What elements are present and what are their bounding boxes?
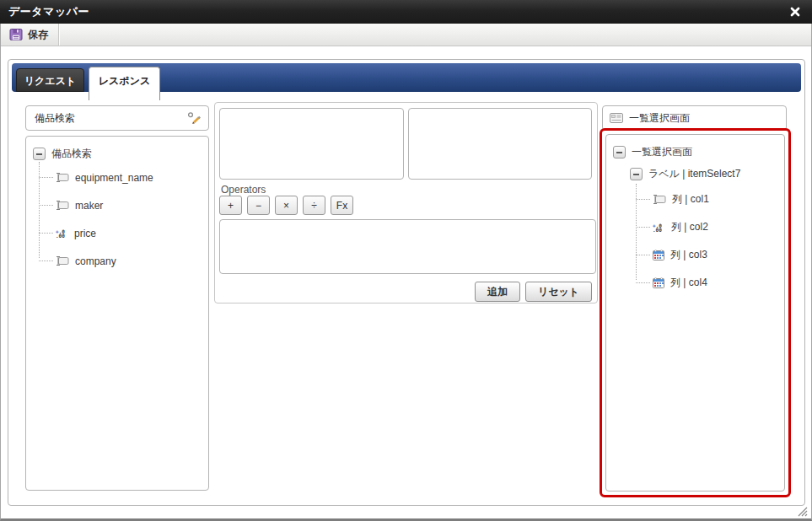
tree-node-label: 列 | col4 (670, 276, 707, 290)
tree-node-label: company (75, 255, 116, 267)
mapper-actions: 追加 リセット (475, 282, 592, 302)
resize-grip-icon[interactable] (796, 505, 808, 517)
titlebar: データマッパー (0, 0, 812, 24)
close-icon[interactable] (787, 3, 804, 20)
reset-button[interactable]: リセット (525, 282, 592, 302)
tree-node-label: 一覧選択画面 (632, 145, 692, 159)
save-button-label: 保存 (28, 28, 48, 42)
tree-node-label: ラベル | itemSelect7 (648, 167, 740, 181)
target-header-label: 一覧選択画面 (629, 111, 690, 126)
tree-node-label: 列 | col3 (670, 248, 707, 262)
tree-node-label: 列 | col2 (671, 220, 708, 234)
operator-divide-button[interactable]: ÷ (303, 196, 325, 215)
operand-drop-zone-right[interactable] (408, 108, 592, 180)
tree-node-label: maker (75, 200, 103, 212)
number-field-icon: +.0.00 (56, 229, 68, 238)
tree-node-col4[interactable]: 列 | col4 (630, 269, 777, 297)
expression-result-box[interactable] (219, 219, 596, 274)
tree-node-maker[interactable]: maker (33, 191, 202, 219)
tab-request[interactable]: リクエスト (16, 68, 84, 92)
floppy-disk-icon (9, 28, 23, 41)
tab-response[interactable]: レスポンス (89, 67, 160, 100)
save-button[interactable]: 保存 (1, 24, 58, 46)
toolbar: 保存 (1, 24, 811, 46)
string-field-icon (653, 195, 666, 204)
tree-node-target-root[interactable]: 一覧選択画面 (613, 142, 777, 162)
operand-drop-zone-left[interactable] (219, 108, 404, 180)
calendar-icon (653, 250, 664, 260)
tree-node-label: 備品検索 (51, 147, 92, 161)
add-button[interactable]: 追加 (475, 282, 520, 302)
operator-minus-button[interactable]: − (247, 196, 270, 215)
tree-node-equipment-name[interactable]: equipment_name (33, 164, 202, 191)
tree-node-col1[interactable]: 列 | col1 (630, 185, 777, 213)
collapse-minus-icon[interactable] (630, 168, 643, 180)
window-title: データマッパー (0, 4, 89, 19)
main-panel: リクエスト レスポンス 備品検索 備品検索 (8, 59, 805, 506)
edit-pencil-icon[interactable] (187, 111, 202, 125)
string-field-icon (56, 173, 69, 182)
source-tree: 備品検索 equipment_name maker (33, 143, 202, 275)
tree-node-itemselect7[interactable]: ラベル | itemSelect7 (630, 162, 777, 185)
source-tree-children: equipment_name maker +.0.00 price (33, 164, 202, 275)
target-tree-children: 列 | col1 +.0.00 列 | col2 列 | col3 (630, 185, 777, 297)
expression-mapper-panel: Operators + − × ÷ Fx 追加 リセット (214, 102, 598, 303)
form-list-icon (610, 113, 623, 123)
operator-buttons: + − × ÷ Fx (219, 196, 353, 215)
target-highlight-border: 一覧選択画面 ラベル | itemSelect7 列 | col1 (600, 128, 791, 497)
tree-node-source-root[interactable]: 備品検索 (33, 143, 202, 164)
toolbar-separator (58, 24, 60, 46)
calendar-icon (653, 277, 664, 288)
tree-node-company[interactable]: company (33, 247, 202, 275)
number-field-icon: +.0.00 (653, 223, 665, 232)
data-mapper-dialog: データマッパー 保存 リクエスト レスポン (0, 0, 812, 521)
operator-multiply-button[interactable]: × (275, 196, 298, 215)
tree-node-label: equipment_name (75, 172, 153, 184)
source-header-label: 備品検索 (35, 111, 75, 126)
collapse-minus-icon[interactable] (33, 148, 46, 160)
tree-node-col3[interactable]: 列 | col3 (630, 241, 777, 269)
collapse-minus-icon[interactable] (613, 146, 626, 158)
target-header-box[interactable]: 一覧選択画面 (602, 105, 787, 131)
target-tree-panel: 一覧選択画面 ラベル | itemSelect7 列 | col1 (605, 134, 785, 491)
tree-node-label: price (74, 228, 96, 239)
string-field-icon (56, 256, 69, 266)
operator-plus-button[interactable]: + (219, 196, 242, 215)
source-header-box[interactable]: 備品検索 (25, 105, 209, 131)
tab-bar: リクエスト レスポンス (12, 63, 801, 92)
string-field-icon (56, 201, 69, 210)
tree-node-price[interactable]: +.0.00 price (33, 219, 202, 247)
target-tree: 一覧選択画面 ラベル | itemSelect7 列 | col1 (613, 142, 777, 297)
tree-node-label: 列 | col1 (672, 192, 709, 207)
operators-label: Operators (221, 184, 266, 196)
operator-function-button[interactable]: Fx (331, 196, 353, 215)
source-tree-panel: 備品検索 equipment_name maker (25, 136, 209, 491)
tree-node-col2[interactable]: +.0.00 列 | col2 (630, 213, 777, 241)
